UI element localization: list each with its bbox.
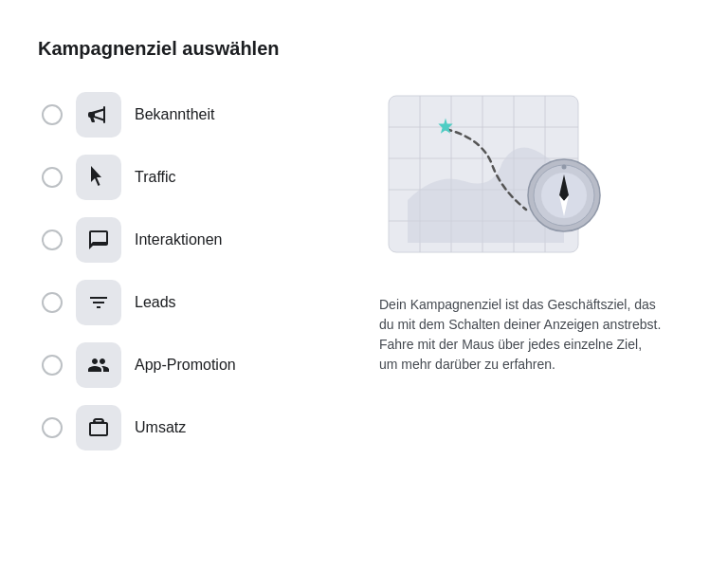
icon-box-app-promotion [76, 342, 121, 388]
options-list: Bekanntheit Traffic Interaktionen [38, 86, 332, 456]
icon-box-umsatz [76, 405, 121, 450]
people-icon [87, 354, 110, 377]
map-illustration [379, 86, 645, 276]
option-bekanntheit[interactable]: Bekanntheit [38, 86, 332, 143]
svg-point-14 [562, 165, 567, 170]
content-wrapper: Bekanntheit Traffic Interaktionen [38, 86, 690, 456]
radio-bekanntheit[interactable] [42, 104, 63, 125]
option-interaktionen[interactable]: Interaktionen [38, 211, 332, 268]
option-label-umsatz: Umsatz [135, 419, 186, 436]
option-label-bekanntheit: Bekanntheit [135, 106, 215, 123]
right-panel: Dein Kampagnenziel ist das Geschäftsziel… [370, 86, 690, 375]
icon-box-traffic [76, 155, 121, 200]
option-label-app-promotion: App-Promotion [135, 357, 236, 374]
svg-point-13 [561, 193, 567, 198]
radio-leads[interactable] [42, 292, 63, 313]
option-label-traffic: Traffic [135, 169, 176, 186]
page-title: Kampagnenziel auswählen [38, 38, 690, 60]
chat-icon [87, 229, 110, 251]
radio-app-promotion[interactable] [42, 355, 63, 376]
radio-traffic[interactable] [42, 167, 63, 188]
radio-interaktionen[interactable] [42, 230, 63, 250]
icon-box-leads [76, 280, 121, 325]
description-text: Dein Kampagnenziel ist das Geschäftsziel… [379, 295, 664, 375]
option-label-interaktionen: Interaktionen [135, 231, 223, 248]
radio-umsatz[interactable] [42, 417, 63, 438]
cursor-icon [87, 166, 110, 189]
megaphone-icon [87, 103, 110, 126]
icon-box-interaktionen [76, 217, 121, 263]
option-traffic[interactable]: Traffic [38, 149, 332, 206]
option-umsatz[interactable]: Umsatz [38, 399, 332, 456]
option-label-leads: Leads [135, 294, 176, 311]
briefcase-icon [87, 416, 110, 439]
icon-box-bekanntheit [76, 92, 121, 138]
option-leads[interactable]: Leads [38, 274, 332, 331]
option-app-promotion[interactable]: App-Promotion [38, 337, 332, 394]
filter-icon [87, 291, 110, 314]
